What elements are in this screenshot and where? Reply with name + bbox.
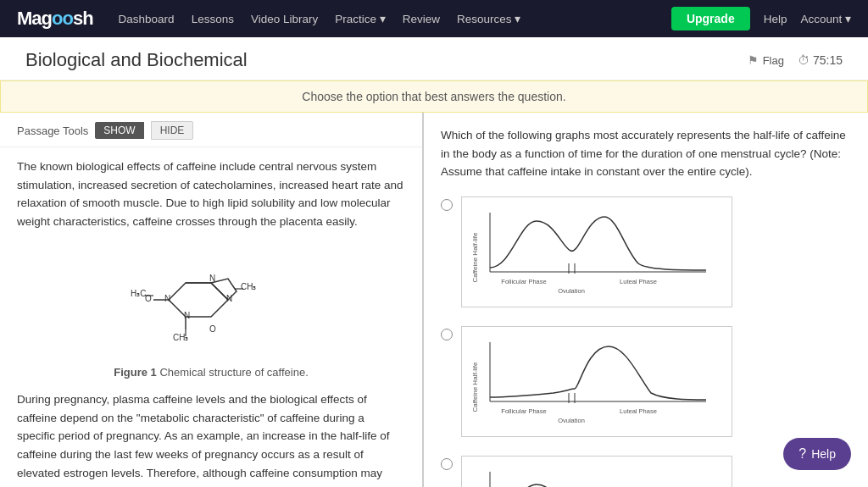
svg-text:Ovulation: Ovulation	[558, 287, 585, 295]
nav-help[interactable]: Help	[764, 13, 787, 25]
help-fab-icon: ?	[798, 446, 806, 462]
nav-video-library[interactable]: Video Library	[251, 13, 318, 25]
passage-tools-label: Passage Tools	[17, 125, 88, 137]
instruction-bar: Choose the option that best answers the …	[0, 80, 868, 113]
nav-account[interactable]: Account ▾	[800, 12, 851, 25]
hide-button[interactable]: HIDE	[151, 121, 194, 140]
svg-text:CH₃: CH₃	[173, 333, 188, 342]
flag-button[interactable]: ⚑ Flag	[748, 53, 784, 67]
answer-option-b: Caffeine Half-life Follicular Phase Lute…	[441, 326, 851, 437]
svg-text:H₃C: H₃C	[131, 289, 146, 298]
content-area: Passage Tools SHOW HIDE The known biolog…	[0, 113, 868, 487]
svg-text:Follicular Phase: Follicular Phase	[501, 278, 546, 285]
svg-text:Luteal Phase: Luteal Phase	[620, 278, 657, 285]
left-panel: Passage Tools SHOW HIDE The known biolog…	[0, 113, 424, 487]
svg-text:N: N	[226, 294, 232, 303]
svg-text:Follicular Phase: Follicular Phase	[501, 407, 546, 415]
radio-b[interactable]	[441, 329, 453, 340]
timer: ⏱ 75:15	[798, 53, 843, 67]
right-panel: Which of the following graphs most accur…	[424, 113, 868, 487]
graph-a-svg: Caffeine Half-life Follicular Phase Lute…	[469, 204, 715, 297]
passage-tools: Passage Tools SHOW HIDE	[0, 113, 422, 147]
page-wrapper: Biological and Biochemical ⚑ Flag ⏱ 75:1…	[0, 37, 868, 487]
clock-icon: ⏱	[798, 53, 810, 67]
svg-text:N: N	[184, 311, 190, 320]
figure-caption: Figure 1 Chemical structure of caffeine.	[34, 364, 388, 382]
help-fab-label: Help	[811, 447, 836, 461]
navbar: Magoosh Dashboard Lessons Video Library …	[0, 0, 868, 37]
figure-caption-bold: Figure 1	[114, 366, 157, 379]
radio-a[interactable]	[441, 199, 453, 211]
nav-links: Dashboard Lessons Video Library Practice…	[119, 12, 671, 25]
nav-review[interactable]: Review	[403, 13, 440, 25]
page-title: Biological and Biochemical	[25, 49, 248, 71]
caffeine-molecule-svg: N N N N O O H₃C CH₃ CH₃	[118, 249, 304, 359]
nav-dashboard[interactable]: Dashboard	[119, 13, 175, 25]
show-button[interactable]: SHOW	[95, 122, 143, 139]
svg-text:O: O	[209, 324, 216, 334]
graph-b: Caffeine Half-life Follicular Phase Lute…	[461, 326, 732, 437]
flag-icon: ⚑	[748, 53, 759, 67]
nav-lessons[interactable]: Lessons	[192, 13, 234, 25]
figure-caption-text: Chemical structure of caffeine.	[159, 366, 308, 379]
graph-a: Caffeine Half-life Follicular Phase Lute…	[461, 196, 732, 307]
nav-right: Upgrade Help Account ▾	[671, 7, 851, 30]
page-header: Biological and Biochemical ⚑ Flag ⏱ 75:1…	[0, 37, 868, 80]
svg-text:N: N	[209, 274, 215, 283]
svg-text:CH₃: CH₃	[241, 282, 256, 291]
passage-paragraph-2: During pregnancy, plasma caffeine levels…	[17, 390, 405, 487]
nav-resources[interactable]: Resources ▾	[457, 12, 520, 25]
flag-label: Flag	[763, 54, 784, 67]
svg-text:Caffeine Half-life: Caffeine Half-life	[471, 362, 479, 412]
answer-option-a: Caffeine Half-life Follicular Phase Lute…	[441, 196, 851, 307]
graph-c: Caffeine Half-life Follicular Phase Lute…	[461, 456, 732, 487]
logo: Magoosh	[17, 8, 93, 30]
svg-text:N: N	[164, 294, 170, 303]
timer-value: 75:15	[813, 53, 843, 67]
help-fab-button[interactable]: ? Help	[783, 438, 851, 470]
page-actions: ⚑ Flag ⏱ 75:15	[748, 53, 843, 67]
svg-text:Caffeine Half-life: Caffeine Half-life	[471, 232, 479, 283]
question-text: Which of the following graphs most accur…	[441, 126, 851, 181]
passage-paragraph-1: The known biological effects of caffeine…	[17, 158, 405, 230]
graph-c-svg: Caffeine Half-life Follicular Phase Lute…	[469, 463, 715, 487]
svg-text:Ovulation: Ovulation	[558, 417, 585, 424]
figure-container: N N N N O O H₃C CH₃ CH₃	[17, 241, 405, 390]
nav-practice[interactable]: Practice ▾	[335, 12, 386, 25]
graph-b-svg: Caffeine Half-life Follicular Phase Lute…	[469, 334, 715, 427]
svg-marker-0	[169, 283, 228, 317]
radio-c[interactable]	[441, 458, 453, 470]
svg-text:Luteal Phase: Luteal Phase	[620, 407, 657, 415]
passage-content: The known biological effects of caffeine…	[0, 147, 422, 487]
upgrade-button[interactable]: Upgrade	[671, 7, 750, 30]
